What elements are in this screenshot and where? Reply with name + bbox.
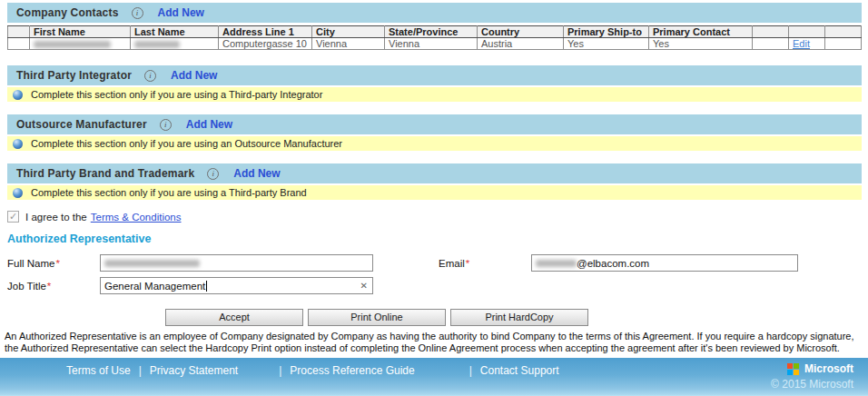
section-title-outsource-manufacturer: Outsource Manufacturer: [16, 118, 147, 131]
cell-city: Vienna: [312, 38, 385, 50]
table-header-row: First Name Last Name Address Line 1 City…: [8, 26, 862, 38]
section-header-third-party-integrator: Third Party Integrator i Add New: [7, 65, 862, 85]
full-name-label: Full Name*: [7, 258, 100, 269]
full-name-input[interactable]: [100, 254, 373, 272]
footer-separator: |: [139, 364, 142, 377]
col-actions: [789, 26, 825, 38]
manufacturer-notice: Complete this section only if you are us…: [7, 136, 862, 151]
col-address-line-1: Address Line 1: [219, 26, 312, 38]
footer-link-privacy-statement[interactable]: Privacy Statement: [150, 364, 238, 377]
table-row: Computergasse 10 Vienna Vienna Austria Y…: [8, 38, 862, 50]
cell-primary-contact: Yes: [649, 38, 753, 50]
name-email-row: Full Name* Email* @elbacom.com: [7, 254, 861, 272]
col-first-name: First Name: [30, 26, 131, 38]
globe-info-icon: [13, 139, 23, 149]
edit-link[interactable]: Edit: [793, 38, 810, 49]
col-empty-2: [825, 26, 862, 38]
section-header-company-contacts: Company Contacts i Add New: [7, 3, 862, 23]
required-marker: *: [47, 281, 51, 292]
footer-link-contact-support[interactable]: Contact Support: [480, 364, 559, 377]
redacted-full-name: [104, 260, 200, 267]
add-new-manufacturer-link[interactable]: Add New: [186, 118, 232, 131]
add-new-contact-link[interactable]: Add New: [158, 6, 204, 19]
disclaimer-text: An Authorized Representative is an emplo…: [5, 331, 865, 354]
cell-empty-2: [825, 38, 862, 50]
section-header-outsource-manufacturer: Outsource Manufacturer i Add New: [7, 114, 862, 134]
email-label: Email*: [439, 258, 531, 269]
text-caret: [206, 281, 207, 292]
section-header-third-party-brand: Third Party Brand and Trademark i Add Ne…: [7, 163, 862, 183]
integrator-notice: Complete this section only if you are us…: [7, 87, 862, 102]
brand-notice: Complete this section only if you are us…: [7, 185, 862, 200]
cell-primary-ship-to: Yes: [564, 38, 649, 50]
footer-link-process-reference-guide[interactable]: Process Reference Guide: [290, 364, 414, 377]
col-empty-1: [753, 26, 789, 38]
required-marker: *: [466, 258, 469, 269]
col-select: [8, 26, 30, 38]
print-hardcopy-button[interactable]: Print HardCopy: [450, 309, 588, 326]
globe-info-icon: [13, 90, 23, 100]
company-contacts-table: First Name Last Name Address Line 1 City…: [7, 25, 862, 50]
email-suffix: @elbacom.com: [577, 258, 649, 269]
check-icon: ✓: [9, 212, 17, 222]
terms-conditions-link[interactable]: Terms & Conditions: [91, 212, 182, 223]
cell-select: [8, 38, 30, 50]
microsoft-logo-icon: [787, 363, 799, 375]
job-title-value: General Management: [104, 281, 205, 292]
cell-country: Austria: [478, 38, 564, 50]
col-primary-ship-to: Primary Ship-to: [564, 26, 649, 38]
job-title-label: Job Title*: [7, 281, 100, 292]
notice-text: Complete this section only if you are us…: [31, 89, 322, 100]
job-title-row: Job Title* General Management ✕: [7, 277, 861, 294]
col-city: City: [312, 26, 385, 38]
info-icon[interactable]: i: [144, 70, 156, 82]
accept-button[interactable]: Accept: [165, 309, 303, 326]
info-icon[interactable]: i: [160, 119, 172, 131]
section-title-company-contacts: Company Contacts: [16, 6, 119, 19]
agreement-page: Company Contacts i Add New First Name La…: [0, 0, 868, 396]
footer-bar: Terms of Use | Privacy Statement | Proce…: [0, 358, 868, 396]
col-country: Country: [478, 26, 564, 38]
add-new-brand-link[interactable]: Add New: [233, 167, 280, 180]
copyright-text: © 2015 Microsoft: [771, 378, 853, 391]
cell-state-province: Vienna: [385, 38, 478, 50]
job-title-input[interactable]: General Management ✕: [100, 277, 373, 294]
footer-separator: |: [469, 364, 472, 377]
footer-links: Terms of Use | Privacy Statement | Proce…: [66, 364, 559, 377]
authorized-representative-heading: Authorized Representative: [7, 233, 861, 245]
info-icon[interactable]: i: [207, 168, 219, 180]
col-last-name: Last Name: [131, 26, 219, 38]
action-buttons-row: Accept Print Online Print HardCopy: [165, 309, 861, 326]
footer-separator: |: [279, 364, 281, 377]
agree-label: I agree to the: [25, 212, 87, 223]
required-marker: *: [55, 258, 59, 269]
cell-edit: Edit: [789, 38, 825, 50]
redacted-last-name: [134, 41, 180, 48]
col-primary-contact: Primary Contact: [649, 26, 753, 38]
info-icon[interactable]: i: [132, 7, 143, 19]
globe-info-icon: [13, 188, 23, 198]
print-online-button[interactable]: Print Online: [308, 309, 446, 326]
cell-first-name: [30, 38, 131, 50]
redacted-first-name: [34, 41, 111, 48]
clear-icon[interactable]: ✕: [360, 281, 368, 292]
col-state-province: State/Province: [385, 26, 478, 38]
cell-address-line-1: Computergasse 10: [219, 38, 312, 50]
cell-last-name: [131, 38, 219, 50]
footer-link-terms-of-use[interactable]: Terms of Use: [66, 364, 131, 377]
redacted-email-prefix: [536, 260, 577, 267]
section-title-third-party-brand: Third Party Brand and Trademark: [16, 167, 194, 180]
microsoft-brand-name: Microsoft: [804, 362, 853, 375]
agreement-row: ✓ I agree to the Terms & Conditions: [7, 211, 861, 223]
notice-text: Complete this section only if you are us…: [31, 138, 342, 149]
cell-empty-1: [753, 38, 789, 50]
notice-text: Complete this section only if you are us…: [31, 187, 307, 198]
email-input[interactable]: @elbacom.com: [531, 254, 798, 272]
agree-checkbox[interactable]: ✓: [7, 211, 19, 223]
add-new-integrator-link[interactable]: Add New: [171, 69, 217, 82]
microsoft-brand: Microsoft: [787, 362, 853, 375]
section-title-third-party-integrator: Third Party Integrator: [16, 69, 132, 82]
